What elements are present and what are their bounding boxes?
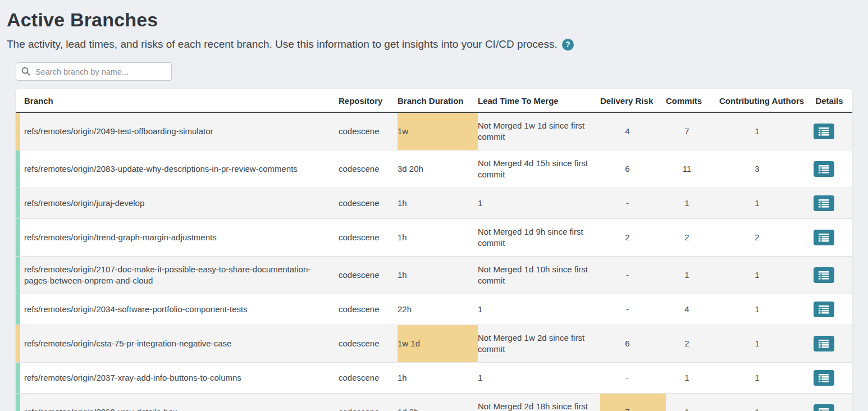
lead-time-to-merge: Not Merged 1w 1d since first commit <box>478 112 600 150</box>
table-row: refs/remotes/origin/2034-software-portfo… <box>16 294 852 325</box>
repository-name: codescene <box>339 363 398 394</box>
details-cell <box>806 363 852 394</box>
search-input[interactable] <box>16 62 172 81</box>
branch-duration: 1h <box>398 363 478 394</box>
row-status-stripe <box>16 257 20 294</box>
details-button[interactable] <box>814 302 834 317</box>
page-title: Active Branches <box>7 9 868 31</box>
list-icon <box>819 271 829 280</box>
search-box <box>16 62 172 81</box>
branch-name: refs/remotes/origin/2034-software-portfo… <box>16 294 339 325</box>
details-button[interactable] <box>814 267 834 283</box>
details-cell <box>806 219 852 257</box>
repository-name: codescene <box>339 219 398 257</box>
column-header-repository: Repository <box>339 89 398 112</box>
branch-name-text: refs/remotes/origin/2069-xray-details-bo… <box>24 407 177 411</box>
list-icon <box>819 340 829 348</box>
column-header-details: Details <box>806 89 852 112</box>
row-status-stripe <box>16 294 20 325</box>
branch-name-text: refs/remotes/origin/2049-test-offboardin… <box>24 126 213 136</box>
details-button[interactable] <box>814 230 834 245</box>
list-icon <box>819 127 829 136</box>
contributing-authors-count: 1 <box>719 294 806 325</box>
column-header-delivery-risk: Delivery Risk <box>600 89 666 112</box>
details-cell <box>806 150 852 188</box>
repository-name: codescene <box>339 294 398 325</box>
table-row: refs/remotes/origin/trend-graph-margin-a… <box>16 219 852 257</box>
help-icon[interactable]: ? <box>562 39 574 51</box>
commits-count: 7 <box>666 112 719 150</box>
contributing-authors-count: 1 <box>719 325 806 363</box>
active-branches-page: Active Branches The activity, lead times… <box>0 0 868 411</box>
branch-duration: 3d 20h <box>398 150 478 188</box>
commits-count: 1 <box>666 394 719 411</box>
delivery-risk: 6 <box>600 150 666 188</box>
row-status-stripe <box>16 394 20 411</box>
branch-name-text: refs/remotes/origin/juraj-develop <box>24 198 144 208</box>
details-cell <box>806 188 852 219</box>
branch-name-text: refs/remotes/origin/2083-update-why-desc… <box>24 164 298 173</box>
row-status-stripe <box>16 113 20 150</box>
repository-name: codescene <box>339 188 398 219</box>
branch-name-text: refs/remotes/origin/2034-software-portfo… <box>24 304 248 314</box>
details-button[interactable] <box>814 195 834 211</box>
branch-name-text: refs/remotes/origin/2107-doc-make-it-pos… <box>24 264 310 285</box>
table-row: refs/remotes/origin/csta-75-pr-integrati… <box>16 325 852 363</box>
column-header-contributing-authors: Contributing Authors <box>719 89 806 112</box>
commits-count: 2 <box>666 219 719 257</box>
list-icon <box>819 374 829 382</box>
row-status-stripe <box>16 188 20 218</box>
delivery-risk: 7 <box>600 394 666 411</box>
row-status-stripe <box>16 150 20 188</box>
details-button[interactable] <box>814 124 834 139</box>
lead-time-to-merge: Not Merged 1w 2d since first commit <box>478 325 600 363</box>
delivery-risk: - <box>600 294 666 325</box>
details-cell <box>806 294 852 325</box>
lead-time-to-merge: Not Merged 1d 9h since first commit <box>478 219 600 257</box>
delivery-risk: 4 <box>600 112 666 150</box>
contributing-authors-count: 1 <box>719 394 806 411</box>
repository-name: codescene <box>339 257 398 294</box>
branch-duration: 1d 3h <box>398 394 478 411</box>
commits-count: 4 <box>666 294 719 325</box>
column-header-lead-time-to-merge: Lead Time To Merge <box>478 89 600 112</box>
delivery-risk: - <box>600 363 666 394</box>
repository-name: codescene <box>339 394 398 411</box>
list-icon <box>819 165 829 173</box>
column-header-commits: Commits <box>666 89 719 112</box>
branch-name-text: refs/remotes/origin/trend-graph-margin-a… <box>24 232 217 242</box>
delivery-risk: 2 <box>600 219 666 257</box>
list-icon <box>819 408 829 411</box>
contributing-authors-count: 1 <box>719 363 806 394</box>
branch-duration: 1h <box>398 188 478 219</box>
lead-time-to-merge: Not Merged 1d 10h since first commit <box>478 257 600 294</box>
lead-time-to-merge: Not Merged 4d 15h since first commit <box>478 150 600 188</box>
table-row: refs/remotes/origin/juraj-developcodesce… <box>16 188 852 219</box>
details-button[interactable] <box>814 370 834 386</box>
contributing-authors-count: 3 <box>719 150 806 188</box>
lead-time-to-merge: Not Merged 2d 18h since first commit <box>478 394 600 411</box>
table-row: refs/remotes/origin/2083-update-why-desc… <box>16 150 852 188</box>
column-header-branch: Branch <box>16 89 339 112</box>
commits-count: 1 <box>666 257 719 294</box>
branches-table: Branch Repository Branch Duration Lead T… <box>16 89 852 411</box>
branch-name: refs/remotes/origin/2037-xray-add-info-b… <box>16 363 339 394</box>
commits-count: 2 <box>666 325 719 363</box>
row-status-stripe <box>16 363 20 393</box>
branch-duration: 22h <box>398 294 478 325</box>
branches-table-card: Branch Repository Branch Duration Lead T… <box>16 89 852 411</box>
contributing-authors-count: 2 <box>719 219 806 257</box>
page-subtitle-text: The activity, lead times, and risks of e… <box>7 38 558 51</box>
commits-count: 1 <box>666 363 719 394</box>
details-button[interactable] <box>814 404 834 411</box>
branch-name: refs/remotes/origin/2083-update-why-desc… <box>16 150 339 188</box>
branch-name: refs/remotes/origin/trend-graph-margin-a… <box>16 219 339 257</box>
repository-name: codescene <box>339 150 398 188</box>
details-button[interactable] <box>814 161 834 177</box>
page-subtitle: The activity, lead times, and risks of e… <box>7 38 868 51</box>
delivery-risk: - <box>600 257 666 294</box>
commits-count: 11 <box>666 150 719 188</box>
table-row: refs/remotes/origin/2037-xray-add-info-b… <box>16 363 852 394</box>
branch-duration: 1h <box>398 257 478 294</box>
details-button[interactable] <box>814 336 834 351</box>
